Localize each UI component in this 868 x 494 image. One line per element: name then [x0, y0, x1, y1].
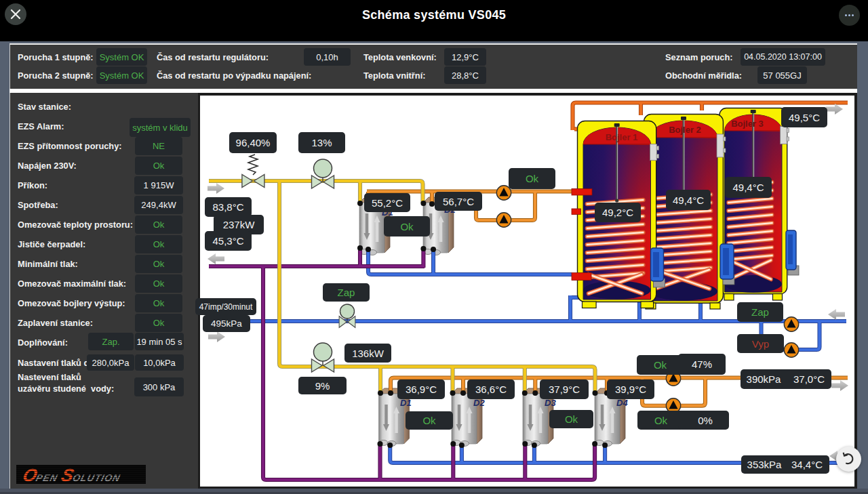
svg-text:Bojler 1: Bojler 1: [606, 132, 638, 142]
svg-text:D4: D4: [616, 398, 628, 408]
svg-text:Ok: Ok: [654, 359, 667, 371]
svg-text:49,2°C: 49,2°C: [602, 207, 633, 218]
svg-text:36,9°C: 36,9°C: [406, 384, 437, 395]
svg-text:96,40%: 96,40%: [236, 137, 271, 148]
svg-text:49,5°C: 49,5°C: [789, 112, 820, 123]
svg-text:36,6°C: 36,6°C: [475, 384, 507, 395]
svg-text:0%: 0%: [698, 415, 713, 426]
svg-text:495kPa: 495kPa: [211, 318, 242, 329]
svg-text:9%: 9%: [315, 380, 330, 392]
svg-text:34,4°C: 34,4°C: [791, 459, 823, 470]
svg-text:Zap: Zap: [751, 306, 769, 318]
svg-text:D1: D1: [400, 398, 412, 408]
svg-text:390kPa: 390kPa: [747, 373, 782, 385]
svg-text:D2: D2: [473, 398, 485, 408]
svg-text:39,9°C: 39,9°C: [615, 384, 646, 395]
svg-text:Ok: Ok: [400, 221, 414, 232]
svg-text:Bojler 2: Bojler 2: [669, 125, 701, 135]
svg-text:237kW: 237kW: [223, 219, 256, 230]
svg-text:Ok: Ok: [422, 415, 436, 426]
svg-text:56,7°C: 56,7°C: [443, 196, 474, 207]
svg-text:49,4°C: 49,4°C: [673, 194, 704, 206]
svg-text:83,8°C: 83,8°C: [212, 201, 243, 213]
svg-text:Zap: Zap: [338, 287, 355, 298]
svg-text:55,2°C: 55,2°C: [372, 197, 403, 209]
svg-text:47%: 47%: [692, 358, 712, 370]
svg-text:353kPa: 353kPa: [747, 459, 783, 470]
svg-text:49,4°C: 49,4°C: [732, 182, 764, 193]
svg-text:Ok: Ok: [654, 415, 668, 426]
svg-text:136kW: 136kW: [352, 348, 384, 359]
svg-text:Bojler 3: Bojler 3: [731, 119, 764, 129]
svg-text:13%: 13%: [311, 137, 332, 148]
svg-text:37,9°C: 37,9°C: [549, 384, 580, 395]
svg-text:45,3°C: 45,3°C: [212, 235, 243, 247]
svg-text:D3: D3: [545, 398, 556, 408]
svg-text:47imp/30minut: 47imp/30minut: [199, 302, 253, 312]
svg-text:Ok: Ok: [565, 413, 578, 425]
svg-text:Vyp: Vyp: [752, 338, 769, 350]
svg-text:37,0°C: 37,0°C: [793, 373, 825, 385]
svg-text:Ok: Ok: [526, 173, 539, 184]
